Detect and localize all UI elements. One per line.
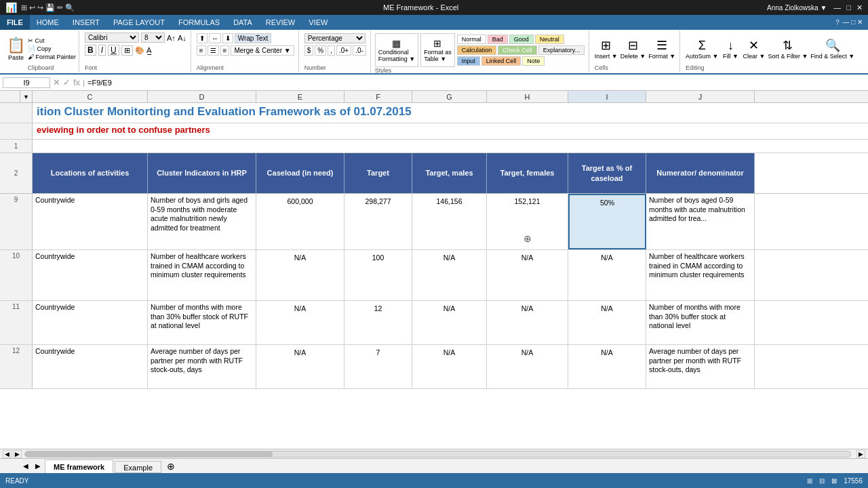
scrollbar-thumb[interactable] [25,451,273,457]
wrap-text-button[interactable]: Wrap Text [235,33,272,43]
horizontal-scrollbar[interactable]: ◀ ▶ ▶ [0,449,868,458]
tab-data[interactable]: DATA [226,15,259,30]
sheet-tab-me-framework[interactable]: ME framework [45,460,113,473]
sort-filter-button[interactable]: ⇅Sort & Filter ▼ [768,38,808,60]
cell-reference-box[interactable] [3,77,50,88]
cell-d11[interactable]: Number of months with more than 30% buff… [148,301,256,344]
autosum-button[interactable]: ΣAutoSum ▼ [686,39,718,60]
currency-button[interactable]: $ [304,45,314,56]
style-input[interactable]: Input [457,56,480,66]
copy-button[interactable]: 📄 Copy [28,45,76,52]
align-bottom-button[interactable]: ⬇ [222,33,233,43]
tab-review[interactable]: REVIEW [259,15,302,30]
font-select[interactable]: Calibri [85,33,139,43]
cell-e12[interactable]: N/A [256,345,344,388]
align-center-button[interactable]: ☰ [208,45,219,56]
cell-j10[interactable]: Number of healthcare workers trained in … [646,250,755,300]
zoom-slider[interactable]: 17556 [844,477,863,485]
fill-color-button[interactable]: 🎨 [135,46,144,55]
cell-e10[interactable]: N/A [256,250,344,300]
add-sheet-button[interactable]: ⊕ [163,460,179,473]
cell-e11[interactable]: N/A [256,301,344,344]
col-header-i[interactable]: I [568,91,646,102]
align-left-button[interactable]: ≡ [197,45,206,56]
tab-file[interactable]: FILE [0,15,30,30]
paste-button[interactable]: 📋 Paste [5,35,26,62]
tab-nav-next[interactable]: ▶ [33,460,43,473]
italic-button[interactable]: I [98,45,106,56]
cell-j9[interactable]: Number of boys aged 0-59 months with acu… [646,194,755,249]
cell-e9[interactable]: 600,000 [256,194,344,249]
cell-g11[interactable]: N/A [412,301,487,344]
view-page-break-icon[interactable]: ⊠ [831,477,837,485]
tab-home[interactable]: HOME [30,15,66,30]
cell-f9[interactable]: 298,277 [344,194,412,249]
style-good[interactable]: Good [509,35,534,44]
style-calculation[interactable]: Calculation [457,45,497,55]
formula-bar-confirm[interactable]: ✓ [63,77,71,87]
help-icons[interactable]: ？ — □ ✕ [834,18,868,27]
comma-button[interactable]: , [328,45,335,56]
col-header-c[interactable]: C [33,91,148,102]
find-select-button[interactable]: 🔍Find & Select ▼ [810,38,854,60]
cell-h11[interactable]: N/A [487,301,568,344]
cell-j11[interactable]: Number of months with more than 30% buff… [646,301,755,344]
cell-c12[interactable]: Countrywide [33,345,148,388]
scroll-right-end-button[interactable]: ▶ [856,450,865,458]
clear-button[interactable]: ✕Clear ▼ [743,38,766,60]
formula-bar-cancel[interactable]: ✕ [53,77,60,87]
cell-f11[interactable]: 12 [344,301,412,344]
cell-g9[interactable]: 146,156 [412,194,487,249]
style-neutral[interactable]: Neutral [535,35,564,44]
tab-nav-prev[interactable]: ◀ [20,460,31,473]
cell-d10[interactable]: Number of healthcare workers trained in … [148,250,256,300]
formula-bar-function[interactable]: fx [73,77,80,87]
decrease-font-button[interactable]: A↓ [178,34,186,42]
cell-i9[interactable]: 50% [568,194,646,249]
cut-button[interactable]: ✂ Cut [28,37,76,44]
font-size-select[interactable]: 8 [141,33,165,43]
col-header-e[interactable]: E [256,91,344,102]
merge-center-button[interactable]: Merge & Center ▼ [231,45,294,56]
tab-insert[interactable]: INSERT [66,15,106,30]
cell-c11[interactable]: Countrywide [33,301,148,344]
col-header-j[interactable]: J [646,91,755,102]
scroll-left-button[interactable]: ◀ [3,450,12,458]
format-cells-button[interactable]: ☰Format ▼ [648,38,675,60]
view-normal-icon[interactable]: ⊞ [807,477,812,485]
style-normal[interactable]: Normal [457,35,486,44]
conditional-formatting-button[interactable]: ▦ConditionalFormatting ▼ [375,33,418,67]
col-header-h[interactable]: H [487,91,568,102]
cell-h10[interactable]: N/A [487,250,568,300]
bold-button[interactable]: B [85,45,96,56]
cell-f10[interactable]: 100 [344,250,412,300]
format-as-table-button[interactable]: ⊞Format asTable ▼ [420,33,455,67]
number-format-select[interactable]: Percentage [304,33,366,43]
scroll-right-button[interactable]: ▶ [13,450,22,458]
format-painter-button[interactable]: 🖌 Format Painter [28,54,76,60]
cell-i12[interactable]: N/A [568,345,646,388]
cell-d9[interactable]: Number of boys and girls aged 0-59 month… [148,194,256,249]
insert-cells-button[interactable]: ⊞Insert ▼ [595,38,618,60]
cell-h9[interactable]: 152,121 ⊕ [487,194,568,249]
cell-g10[interactable]: N/A [412,250,487,300]
scrollbar-track[interactable] [24,451,851,458]
cell-h12[interactable]: N/A [487,345,568,388]
align-middle-button[interactable]: ↔ [209,33,221,43]
cell-f12[interactable]: 7 [344,345,412,388]
cell-c9[interactable]: Countrywide [33,194,148,249]
style-check-cell[interactable]: Check Cell [498,45,537,55]
tab-view[interactable]: VIEW [302,15,334,30]
align-top-button[interactable]: ⬆ [197,33,208,43]
cell-i10[interactable]: N/A [568,250,646,300]
decrease-decimal-button[interactable]: .0- [353,45,366,56]
border-button[interactable]: ⊞ [121,45,133,56]
style-linked-cell[interactable]: Linked Cell [481,56,521,66]
sheet-tab-example[interactable]: Example [115,461,161,473]
underline-button[interactable]: U [108,45,119,56]
cell-d12[interactable]: Average number of days per partner per m… [148,345,256,388]
style-bad[interactable]: Bad [488,35,508,44]
col-header-g[interactable]: G [412,91,487,102]
percent-button[interactable]: % [315,45,326,56]
col-header-f[interactable]: F [344,91,412,102]
